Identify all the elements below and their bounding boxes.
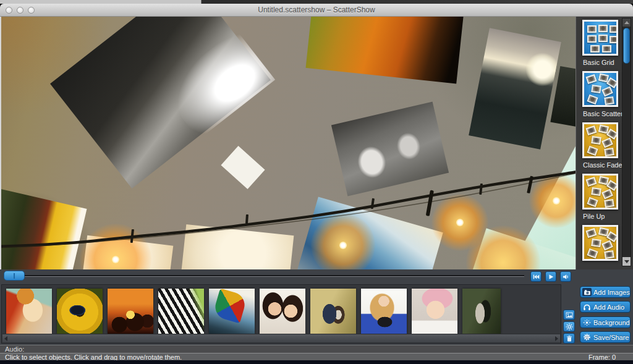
timeline-track[interactable] [4,275,524,277]
gear-icon [566,323,573,331]
template-item-pile-up[interactable]: Pile Up [576,174,623,220]
filmstrip-thumbnail[interactable] [57,289,103,334]
scroll-right-icon[interactable] [555,336,558,341]
save-share-button[interactable]: Save/Share [580,331,631,343]
headphones-icon [582,303,592,311]
template-label: Basic Grid [583,59,623,66]
camera-icon [582,288,592,296]
scrollbar-thumb[interactable] [623,28,630,64]
preview-canvas[interactable] [0,17,576,269]
hint-status-bar: Click to select objects. Click and drag … [0,353,633,360]
bottom-panel: Add Images Add Audio [0,269,633,345]
image-icon [566,311,573,319]
desktop-edge [0,360,633,364]
add-audio-button[interactable]: Add Audio [580,301,631,313]
settings-button[interactable] [563,321,575,332]
filmstrip-thumbnail[interactable] [412,289,457,334]
template-scrollbar[interactable] [622,18,631,266]
chevron-up-icon [624,21,629,24]
button-label: Background [593,319,630,326]
button-label: Add Images [593,289,630,296]
filmstrip-thumbnail[interactable] [108,289,153,334]
volume-icon [562,273,569,281]
timeline-scrubber[interactable] [4,271,25,281]
delete-button[interactable] [563,333,575,344]
template-item-partial[interactable] [576,225,623,261]
filmstrip-scrollbar[interactable] [2,334,560,342]
template-label: Basic Scatter [583,110,623,117]
filmstrip-thumbnail[interactable] [462,289,501,334]
template-item-basic-scatter[interactable]: Basic Scatter [576,71,623,117]
filmstrip-thumbnail[interactable] [260,289,305,334]
filmstrip-thumbnail[interactable] [310,289,356,334]
scattershow-window: Untitled.scattershow – ScatterShow [0,0,633,364]
string-of-lights [1,17,576,269]
audio-label: Audio: [5,345,24,353]
filmstrip-row [2,285,561,334]
play-button[interactable] [545,271,556,282]
template-thumbnail[interactable] [582,174,618,210]
button-label: Save/Share [593,334,629,341]
filmstrip-thumbnail[interactable] [6,289,52,334]
titlebar[interactable]: Untitled.scattershow – ScatterShow [0,4,633,17]
template-thumbnail[interactable] [582,20,618,56]
template-item-basic-grid[interactable]: Basic Grid [576,20,623,66]
template-list: Basic Grid Basic Scatter Classic Fade [576,17,623,268]
button-label: Add Audio [593,303,624,311]
template-label: Classic Fade [583,161,623,169]
starburst-icon [582,333,592,341]
scroll-down-button[interactable] [622,257,631,266]
chevron-down-icon [624,260,629,263]
filmstrip-thumbnail[interactable] [209,289,255,334]
filmstrip [1,284,561,344]
template-item-classic-fade[interactable]: Classic Fade [576,122,623,169]
template-thumbnail[interactable] [582,225,618,261]
template-label: Pile Up [583,213,623,220]
template-sidebar: Basic Grid Basic Scatter Classic Fade [576,17,633,269]
template-thumbnail[interactable] [582,122,618,158]
filmstrip-thumbnail[interactable] [158,289,204,334]
skip-to-start-icon [532,273,540,281]
sun-icon [582,318,592,326]
audio-status-bar: Audio: [0,345,633,353]
add-images-button[interactable]: Add Images [580,286,631,298]
scroll-up-button[interactable] [622,19,631,27]
filmstrip-thumbnail[interactable] [361,289,407,334]
skip-to-start-button[interactable] [530,271,542,282]
background-button[interactable]: Background [580,316,631,328]
scroll-left-icon[interactable] [4,336,7,341]
play-icon [547,273,554,281]
reorder-images-button[interactable] [563,310,575,320]
volume-button[interactable] [560,271,571,282]
trash-icon [566,335,573,342]
window-title: Untitled.scattershow – ScatterShow [0,6,633,14]
template-thumbnail[interactable] [582,71,618,107]
